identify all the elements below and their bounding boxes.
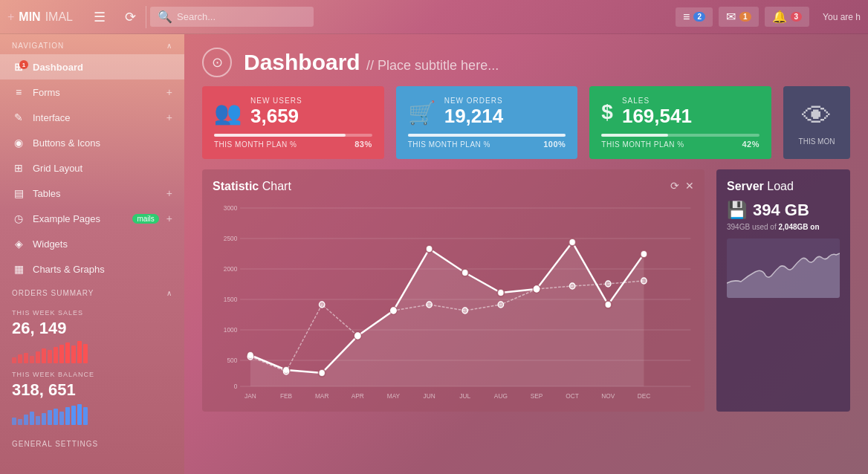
orders-info: NEW ORDERS 19,214	[444, 97, 566, 128]
topbar-divider	[146, 6, 146, 28]
week-sales-label: THIS WEEK SALES	[12, 309, 172, 316]
svg-point-21	[497, 289, 504, 296]
balance-bar	[48, 410, 52, 425]
sidebar-item-label: Charts & Graphs	[33, 264, 172, 275]
svg-text:DEC: DEC	[638, 392, 651, 400]
svg-point-16	[319, 369, 326, 377]
sales-value: 169,541	[622, 105, 760, 128]
page-title-container: Dashboard // Place subtitle here...	[244, 50, 499, 75]
you-are-text: You are h	[823, 12, 861, 22]
svg-text:JUN: JUN	[424, 392, 435, 400]
chart-title-bold: Statistic	[213, 180, 259, 192]
svg-point-33	[498, 302, 503, 308]
notifications-count: 3	[791, 12, 803, 22]
balance-bar	[54, 409, 58, 425]
users-label: NEW USERS	[250, 97, 372, 105]
svg-point-29	[355, 333, 360, 339]
week-balance-value: 318, 651	[12, 380, 172, 400]
svg-point-23	[569, 238, 576, 246]
users-value: 3,659	[250, 105, 372, 128]
server-load-card: Server Load 💾 394 GB 394GB used of 2,048…	[716, 169, 850, 412]
svg-text:JAN: JAN	[244, 392, 256, 400]
page-title-subtitle: // Place subtitle here...	[366, 58, 499, 73]
svg-text:APR: APR	[352, 392, 364, 400]
svg-point-20	[461, 269, 468, 276]
svg-point-37	[641, 278, 647, 284]
svg-text:AUG: AUG	[494, 392, 508, 400]
svg-point-24	[605, 301, 612, 308]
balance-bar	[36, 416, 40, 425]
hamburger-icon[interactable]: ☰	[88, 6, 111, 28]
orders-summary-section: THIS WEEK SALES 26, 149 THIS WEEK BALANC…	[0, 302, 184, 432]
svg-text:1000: 1000	[224, 326, 238, 334]
sales-bar	[59, 345, 64, 363]
sidebar-item-label: Tables	[33, 188, 159, 199]
sales-bar	[48, 350, 52, 363]
mail-badge[interactable]: ✉ 1	[719, 7, 759, 27]
balance-bar	[30, 412, 34, 425]
chart-close-icon[interactable]: ✕	[685, 180, 694, 192]
widgets-icon: ◈	[12, 238, 25, 250]
sidebar-item-grid[interactable]: ⊞ Grid Layout	[0, 155, 184, 181]
forms-expand-icon[interactable]: +	[166, 86, 172, 98]
forms-icon: ≡	[12, 86, 25, 98]
server-title-bold: Server	[727, 180, 764, 192]
bottom-row: Statistic Chart ⟳ ✕	[184, 159, 868, 422]
logo-name-bold: MIN	[19, 10, 40, 24]
stat-cards: 👥 NEW USERS 3,659 THIS MONTH PLAN % 83% …	[184, 86, 868, 159]
sidebar-item-tables[interactable]: ▤ Tables +	[0, 181, 184, 206]
sidebar-item-label: Buttons & Icons	[33, 137, 172, 149]
chart-refresh-icon[interactable]: ⟳	[670, 180, 679, 192]
users-info: NEW USERS 3,659	[250, 97, 372, 128]
sales-bar	[77, 341, 82, 363]
week-balance-chart	[12, 403, 172, 425]
tables-expand-icon[interactable]: +	[166, 187, 172, 199]
refresh-icon[interactable]: ⟳	[119, 6, 142, 28]
sidebar-item-widgets[interactable]: ◈ Widgets	[0, 231, 184, 256]
svg-text:NOV: NOV	[601, 392, 615, 400]
navigation-label: NAVIGATION	[12, 42, 64, 50]
svg-text:OCT: OCT	[566, 392, 579, 400]
search-icon: 🔍	[158, 10, 172, 24]
example-expand-icon[interactable]: +	[166, 212, 172, 224]
orders-label: ORDERS SUMMARY	[12, 289, 94, 297]
orders-label: NEW ORDERS	[444, 97, 566, 105]
sidebar-item-label: Widgets	[33, 238, 172, 250]
sidebar-item-example[interactable]: ◷ Example Pages mails +	[0, 206, 184, 231]
sidebar-item-label: Interface	[33, 112, 159, 123]
search-box[interactable]: 🔍	[150, 7, 314, 27]
server-load-chart	[727, 238, 840, 298]
notifications-badge[interactable]: 🔔 3	[765, 7, 810, 27]
sidebar-item-label: Grid Layout	[33, 163, 172, 174]
mails-badge: mails	[132, 214, 158, 224]
nav-collapse-icon[interactable]: ∧	[166, 42, 172, 50]
sidebar: NAVIGATION ∧ ⊞ 1 Dashboard ≡ Forms + ✎ I…	[0, 34, 184, 474]
eye-icon: 👁	[802, 100, 832, 133]
svg-point-32	[462, 308, 467, 314]
sidebar-item-forms[interactable]: ≡ Forms +	[0, 79, 184, 105]
svg-text:500: 500	[227, 357, 237, 364]
messages-badge[interactable]: ≡ 2	[676, 7, 713, 27]
balance-bar	[83, 407, 88, 425]
sidebar-item-charts[interactable]: ▦ Charts & Graphs	[0, 256, 184, 282]
svg-text:MAY: MAY	[387, 392, 401, 400]
search-input[interactable]	[177, 11, 306, 22]
buttons-icon: ◉	[12, 137, 25, 149]
sidebar-item-dashboard[interactable]: ⊞ 1 Dashboard	[0, 54, 184, 79]
balance-bar	[18, 419, 22, 425]
mail-count: 1	[739, 12, 751, 22]
svg-text:FEB: FEB	[280, 392, 292, 400]
svg-text:MAR: MAR	[315, 392, 328, 400]
main-layout: NAVIGATION ∧ ⊞ 1 Dashboard ≡ Forms + ✎ I…	[0, 34, 868, 474]
general-settings-label: GENERAL SETTINGS	[12, 440, 98, 448]
example-icon: ◷	[12, 212, 25, 224]
interface-expand-icon[interactable]: +	[166, 111, 172, 123]
sales-bar	[54, 347, 58, 363]
sales-bar	[12, 357, 16, 363]
sidebar-item-interface[interactable]: ✎ Interface +	[0, 105, 184, 130]
orders-collapse-icon[interactable]: ∧	[166, 289, 172, 297]
svg-point-19	[426, 245, 433, 253]
svg-point-31	[427, 302, 432, 308]
sidebar-item-buttons[interactable]: ◉ Buttons & Icons	[0, 130, 184, 155]
users-plan-label: THIS MONTH PLAN %	[214, 140, 297, 149]
